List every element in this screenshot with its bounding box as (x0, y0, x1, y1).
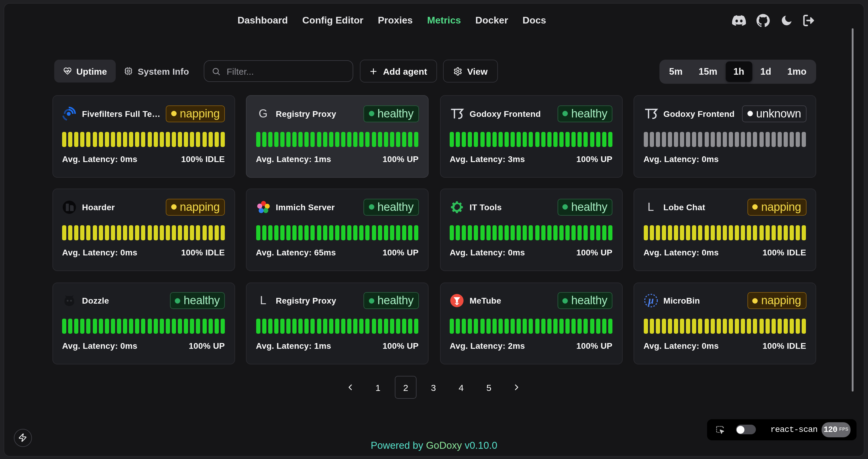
svg-text:µ: µ (647, 295, 653, 306)
